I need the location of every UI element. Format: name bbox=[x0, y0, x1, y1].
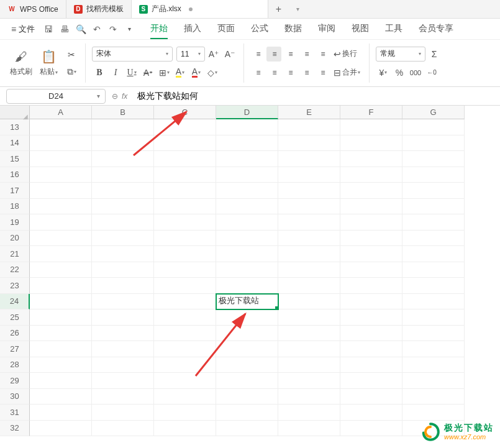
cell-A21[interactable] bbox=[30, 246, 92, 262]
column-header-C[interactable]: C bbox=[154, 106, 216, 119]
cell-E32[interactable] bbox=[278, 421, 340, 437]
cell-E22[interactable] bbox=[278, 262, 340, 278]
format-painter-button[interactable]: 🖌 格式刷 bbox=[6, 48, 36, 78]
cell-G27[interactable] bbox=[402, 341, 465, 357]
cells-area[interactable]: 极光下载站 bbox=[30, 119, 500, 436]
cell-F17[interactable] bbox=[340, 183, 402, 199]
row-header-29[interactable]: 29 bbox=[0, 373, 30, 389]
tab-tools[interactable]: 工具 bbox=[385, 19, 402, 39]
cell-F30[interactable] bbox=[340, 389, 402, 405]
cell-D32[interactable] bbox=[216, 421, 278, 437]
cell-E24[interactable] bbox=[278, 294, 340, 310]
sum-button[interactable]: Σ bbox=[427, 47, 442, 62]
save-button[interactable]: 🖫 bbox=[41, 22, 56, 37]
cell-A24[interactable] bbox=[30, 294, 92, 310]
docer-tab[interactable]: D 找稻壳模板 bbox=[66, 0, 132, 18]
increase-font-button[interactable]: A⁺ bbox=[206, 47, 221, 62]
cell-B27[interactable] bbox=[92, 341, 154, 357]
cell-G15[interactable] bbox=[402, 151, 465, 167]
cell-B24[interactable] bbox=[92, 294, 154, 310]
distribute-button[interactable]: ≡ bbox=[315, 65, 330, 80]
select-all-corner[interactable] bbox=[0, 106, 30, 119]
tab-page[interactable]: 页面 bbox=[217, 19, 235, 39]
cell-E20[interactable] bbox=[278, 231, 340, 247]
cell-A13[interactable] bbox=[30, 119, 92, 135]
column-header-G[interactable]: G bbox=[402, 106, 465, 119]
cell-E26[interactable] bbox=[278, 326, 340, 342]
cell-E29[interactable] bbox=[278, 373, 340, 389]
cell-F15[interactable] bbox=[340, 151, 402, 167]
cell-D28[interactable] bbox=[216, 357, 278, 373]
cell-F14[interactable] bbox=[340, 135, 402, 152]
row-header-16[interactable]: 16 bbox=[0, 167, 30, 183]
row-header-17[interactable]: 17 bbox=[0, 183, 30, 199]
cell-D27[interactable] bbox=[216, 341, 278, 357]
cell-G16[interactable] bbox=[402, 167, 465, 183]
cell-G30[interactable] bbox=[402, 389, 465, 405]
tab-data[interactable]: 数据 bbox=[284, 19, 302, 39]
font-size-select[interactable]: 11 ▾ bbox=[176, 47, 205, 62]
cell-G18[interactable] bbox=[402, 199, 465, 215]
decrease-decimal-button[interactable]: ←0 bbox=[424, 65, 439, 80]
cell-A27[interactable] bbox=[30, 341, 92, 357]
cell-C28[interactable] bbox=[154, 357, 216, 373]
row-header-31[interactable]: 31 bbox=[0, 405, 30, 421]
cell-B30[interactable] bbox=[92, 389, 154, 405]
cell-D14[interactable] bbox=[216, 135, 278, 152]
row-header-20[interactable]: 20 bbox=[0, 231, 30, 247]
align-middle-button[interactable]: ≡ bbox=[266, 47, 281, 62]
cell-D30[interactable] bbox=[216, 389, 278, 405]
cell-C21[interactable] bbox=[154, 246, 216, 262]
cell-B32[interactable] bbox=[92, 421, 154, 437]
cell-C29[interactable] bbox=[154, 373, 216, 389]
cell-D31[interactable] bbox=[216, 405, 278, 421]
tab-view[interactable]: 视图 bbox=[352, 19, 369, 39]
cell-C27[interactable] bbox=[154, 341, 216, 357]
cell-F20[interactable] bbox=[340, 231, 402, 247]
tab-start[interactable]: 开始 bbox=[150, 19, 168, 39]
cell-C23[interactable] bbox=[154, 278, 216, 294]
cell-A26[interactable] bbox=[30, 326, 92, 342]
cell-C20[interactable] bbox=[154, 231, 216, 247]
cell-A20[interactable] bbox=[30, 231, 92, 247]
row-header-28[interactable]: 28 bbox=[0, 357, 30, 373]
cell-C30[interactable] bbox=[154, 389, 216, 405]
fill-color-button[interactable]: A▾ bbox=[173, 65, 188, 80]
cell-E18[interactable] bbox=[278, 199, 340, 215]
align-top-button[interactable]: ≡ bbox=[250, 47, 265, 62]
cell-A25[interactable] bbox=[30, 309, 92, 326]
cell-F28[interactable] bbox=[340, 357, 402, 373]
cell-A30[interactable] bbox=[30, 389, 92, 405]
cell-G31[interactable] bbox=[402, 405, 465, 421]
file-tab[interactable]: S 产品.xlsx bbox=[132, 0, 268, 18]
cell-E25[interactable] bbox=[278, 309, 340, 326]
cell-G20[interactable] bbox=[402, 231, 465, 247]
cell-C15[interactable] bbox=[154, 151, 216, 167]
number-format-select[interactable]: 常规 ▾ bbox=[376, 47, 425, 62]
cell-D24[interactable]: 极光下载站 bbox=[216, 294, 278, 310]
cell-D16[interactable] bbox=[216, 167, 278, 183]
cell-E28[interactable] bbox=[278, 357, 340, 373]
cell-G25[interactable] bbox=[402, 309, 465, 326]
decrease-font-button[interactable]: A⁻ bbox=[222, 47, 237, 62]
row-header-14[interactable]: 14 bbox=[0, 135, 30, 152]
cell-A28[interactable] bbox=[30, 357, 92, 373]
cell-G26[interactable] bbox=[402, 326, 465, 342]
cell-C19[interactable] bbox=[154, 214, 216, 231]
currency-button[interactable]: ¥▾ bbox=[376, 65, 391, 80]
cell-C17[interactable] bbox=[154, 183, 216, 199]
cell-G23[interactable] bbox=[402, 278, 465, 294]
column-header-D[interactable]: D bbox=[216, 106, 278, 119]
undo-button[interactable]: ↶ bbox=[89, 22, 104, 37]
cell-A32[interactable] bbox=[30, 421, 92, 437]
align-left-button[interactable]: ≡ bbox=[250, 65, 265, 80]
cell-G28[interactable] bbox=[402, 357, 465, 373]
cell-G24[interactable] bbox=[402, 294, 465, 310]
cell-B28[interactable] bbox=[92, 357, 154, 373]
cell-F29[interactable] bbox=[340, 373, 402, 389]
cell-C16[interactable] bbox=[154, 167, 216, 183]
align-bottom-button[interactable]: ≡ bbox=[283, 47, 298, 62]
tab-formula[interactable]: 公式 bbox=[251, 19, 268, 39]
row-header-15[interactable]: 15 bbox=[0, 151, 30, 167]
cell-B29[interactable] bbox=[92, 373, 154, 389]
